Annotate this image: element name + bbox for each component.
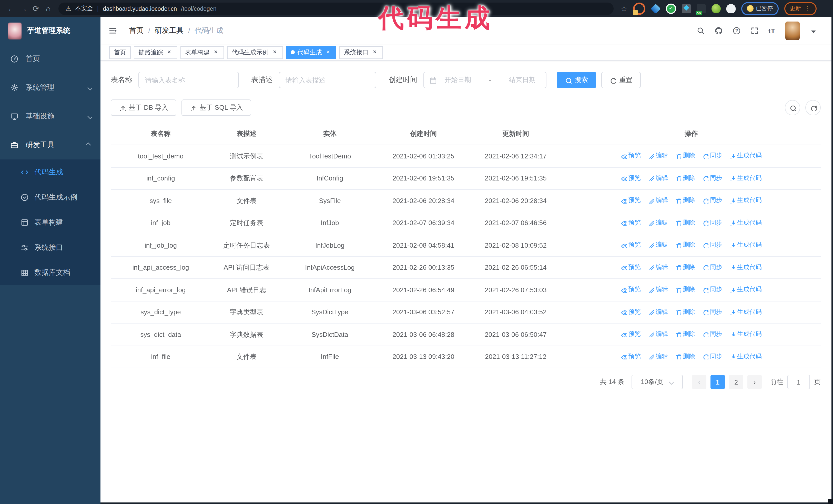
tab-close-icon[interactable]: ×	[212, 49, 219, 56]
table-desc-input[interactable]	[279, 72, 376, 88]
action-生成代码[interactable]: 生成代码	[730, 262, 762, 272]
home-icon[interactable]: ⌂	[42, 0, 54, 17]
hamburger-icon[interactable]	[109, 27, 117, 35]
tab-代码生成示例[interactable]: 代码生成示例×	[227, 46, 283, 59]
import-sql-button[interactable]: 基于 SQL 导入	[182, 99, 252, 116]
help-icon[interactable]	[732, 27, 740, 35]
action-预览[interactable]: 预览	[621, 239, 641, 250]
action-同步[interactable]: 同步	[702, 262, 722, 272]
action-同步[interactable]: 同步	[702, 306, 722, 317]
action-删除[interactable]: 删除	[675, 351, 695, 362]
action-同步[interactable]: 同步	[702, 329, 722, 339]
action-同步[interactable]: 同步	[702, 239, 722, 250]
action-同步[interactable]: 同步	[702, 351, 722, 362]
goto-page-input[interactable]	[787, 375, 810, 389]
bookmark-star-icon[interactable]: ☆	[621, 4, 627, 13]
sidebar-item-表单构建[interactable]: 表单构建	[0, 210, 100, 235]
action-生成代码[interactable]: 生成代码	[730, 195, 762, 206]
tab-系统接口[interactable]: 系统接口×	[339, 46, 383, 59]
action-预览[interactable]: 预览	[621, 262, 641, 272]
forward-icon[interactable]: →	[18, 0, 30, 17]
extension-icon[interactable]	[633, 2, 645, 15]
action-预览[interactable]: 预览	[621, 329, 641, 339]
sidebar-item-研发工具[interactable]: 研发工具	[0, 131, 100, 160]
action-预览[interactable]: 预览	[621, 172, 641, 183]
action-预览[interactable]: 预览	[621, 306, 641, 317]
avatar-caret-down-icon[interactable]	[809, 28, 815, 34]
show-search-button[interactable]	[785, 100, 800, 115]
sidebar-item-系统管理[interactable]: 系统管理	[0, 73, 100, 102]
page-button-2[interactable]: 2	[729, 375, 743, 389]
action-删除[interactable]: 删除	[675, 329, 695, 339]
action-编辑[interactable]: 编辑	[648, 284, 668, 295]
extension-icon[interactable]: on	[696, 4, 706, 13]
action-同步[interactable]: 同步	[702, 172, 722, 183]
reset-button[interactable]: 重置	[601, 72, 641, 88]
browser-menu-icon[interactable]: ⋮	[805, 5, 811, 12]
tab-close-icon[interactable]: ×	[325, 49, 332, 56]
sidebar-item-基础设施[interactable]: 基础设施	[0, 102, 100, 131]
action-删除[interactable]: 删除	[675, 172, 695, 183]
action-生成代码[interactable]: 生成代码	[730, 172, 762, 183]
paused-profile-badge[interactable]: 已暂停	[741, 2, 779, 15]
action-预览[interactable]: 预览	[621, 195, 641, 206]
action-编辑[interactable]: 编辑	[648, 150, 668, 161]
app-logo[interactable]: 芋道管理系统	[0, 17, 100, 45]
extension-icon[interactable]	[726, 4, 735, 13]
sidebar-item-系统接口[interactable]: 系统接口	[0, 235, 100, 260]
sidebar-item-代码生成[interactable]: 代码生成	[0, 160, 100, 185]
tab-表单构建[interactable]: 表单构建×	[181, 46, 224, 59]
action-删除[interactable]: 删除	[675, 239, 695, 250]
action-预览[interactable]: 预览	[621, 351, 641, 362]
prev-page-button[interactable]: ‹	[692, 375, 706, 389]
action-删除[interactable]: 删除	[675, 195, 695, 206]
breadcrumb-item[interactable]: 研发工具	[155, 26, 184, 35]
action-编辑[interactable]: 编辑	[648, 217, 668, 228]
sidebar-item-数据库文档[interactable]: 数据库文档	[0, 260, 100, 285]
action-预览[interactable]: 预览	[621, 284, 641, 295]
action-生成代码[interactable]: 生成代码	[730, 329, 762, 339]
tab-首页[interactable]: 首页	[109, 46, 131, 59]
action-同步[interactable]: 同步	[702, 195, 722, 206]
tab-close-icon[interactable]: ×	[371, 49, 378, 56]
action-同步[interactable]: 同步	[702, 284, 722, 295]
tab-链路追踪[interactable]: 链路追踪×	[134, 46, 177, 59]
date-range-picker[interactable]: 开始日期 - 结束日期	[423, 72, 546, 88]
action-同步[interactable]: 同步	[702, 217, 722, 228]
fullscreen-icon[interactable]	[750, 27, 758, 35]
breadcrumb-item[interactable]: 首页	[129, 26, 144, 35]
extension-icon[interactable]	[711, 4, 720, 13]
sidebar-item-代码生成示例[interactable]: 代码生成示例	[0, 185, 100, 210]
action-生成代码[interactable]: 生成代码	[730, 351, 762, 362]
action-生成代码[interactable]: 生成代码	[730, 217, 762, 228]
update-button[interactable]: 更新 ⋮	[784, 2, 816, 15]
text-size-icon[interactable]: tT	[768, 27, 776, 34]
page-size-select[interactable]: 10条/页	[632, 375, 683, 389]
action-删除[interactable]: 删除	[675, 262, 695, 272]
action-生成代码[interactable]: 生成代码	[730, 150, 762, 161]
table-name-input[interactable]	[138, 72, 239, 88]
action-编辑[interactable]: 编辑	[648, 329, 668, 339]
action-预览[interactable]: 预览	[621, 150, 641, 161]
page-button-1[interactable]: 1	[711, 375, 725, 389]
sidebar-item-首页[interactable]: 首页	[0, 45, 100, 73]
user-avatar[interactable]	[785, 22, 800, 40]
action-编辑[interactable]: 编辑	[648, 262, 668, 272]
action-编辑[interactable]: 编辑	[648, 306, 668, 317]
tab-close-icon[interactable]: ×	[271, 49, 278, 56]
action-删除[interactable]: 删除	[675, 150, 695, 161]
next-page-button[interactable]: ›	[747, 375, 762, 389]
extension-icon[interactable]	[650, 3, 661, 14]
action-生成代码[interactable]: 生成代码	[730, 284, 762, 295]
refresh-table-button[interactable]	[805, 100, 821, 115]
action-编辑[interactable]: 编辑	[648, 172, 668, 183]
action-生成代码[interactable]: 生成代码	[730, 306, 762, 317]
action-编辑[interactable]: 编辑	[648, 239, 668, 250]
address-bar[interactable]: ⚠ 不安全 | dashboard.yudao.iocoder.cn/tool/…	[58, 2, 614, 15]
search-button[interactable]: 搜索	[557, 72, 596, 88]
action-删除[interactable]: 删除	[675, 306, 695, 317]
action-删除[interactable]: 删除	[675, 284, 695, 295]
action-同步[interactable]: 同步	[702, 150, 722, 161]
github-icon[interactable]	[714, 27, 722, 35]
action-预览[interactable]: 预览	[621, 217, 641, 228]
